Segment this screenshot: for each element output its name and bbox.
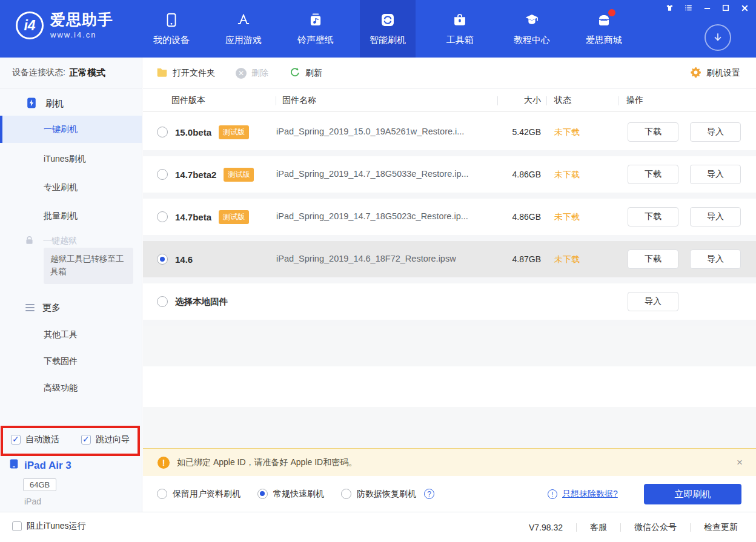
device-capacity-badge: 64GB xyxy=(23,478,56,491)
firmware-radio[interactable] xyxy=(157,127,168,137)
status-badge: 未下载 xyxy=(554,170,580,180)
device-name: iPad Air 3 xyxy=(8,458,71,472)
flash-settings-label: 刷机设置 xyxy=(706,68,740,79)
refresh-button[interactable]: 刷新 xyxy=(289,67,322,80)
skip-wizard-checkbox[interactable]: 跳过向导 xyxy=(81,434,130,445)
import-button[interactable]: 导入 xyxy=(690,122,741,142)
nav-label: 教程中心 xyxy=(514,35,550,46)
check-update-link[interactable]: 检查更新 xyxy=(704,522,738,533)
table-row[interactable]: 14.7beta2 测试版 iPad_Spring_2019_14.7_18G5… xyxy=(143,156,756,193)
skin-icon[interactable] xyxy=(663,2,676,14)
firmware-version: 14.7beta2 xyxy=(175,170,216,180)
close-icon[interactable]: × xyxy=(737,457,743,469)
auto-activate-checkbox[interactable]: 自动激活 xyxy=(11,434,59,445)
sidebar: 设备连接状态: 正常模式 刷机 一键刷机 iTunes刷机 专业刷机 批量刷机 … xyxy=(0,58,142,512)
sidebar-group-label: 刷机 xyxy=(45,98,64,110)
nav-label: 铃声壁纸 xyxy=(297,35,334,46)
minimize-icon[interactable] xyxy=(700,2,714,14)
normal-fast-flash-radio[interactable]: 常规快速刷机 xyxy=(257,489,324,500)
firmware-radio[interactable] xyxy=(157,169,168,180)
firmware-toolbar: 打开文件夹 ✕ 删除 刷新 刷机设置 xyxy=(143,58,756,89)
open-folder-button[interactable]: 打开文件夹 xyxy=(156,67,215,80)
sidebar-item-one-click-flash[interactable]: 一键刷机 xyxy=(0,116,142,143)
import-button[interactable]: 导入 xyxy=(690,165,741,184)
help-icon[interactable]: ? xyxy=(424,489,434,499)
nav-my-devices[interactable]: 我的设备 xyxy=(144,0,199,58)
col-firmware-version: 固件版本 xyxy=(171,95,205,106)
radio-checked-icon[interactable] xyxy=(257,489,268,499)
sidebar-item-itunes-flash[interactable]: iTunes刷机 xyxy=(0,147,142,171)
nav-apps-games[interactable]: 应用游戏 xyxy=(216,0,271,58)
menu-icon xyxy=(25,302,35,313)
anti-recovery-flash-radio[interactable]: 防数据恢复刷机 ? xyxy=(341,489,434,500)
nav-toolbox[interactable]: 工具箱 xyxy=(432,0,488,58)
table-row[interactable]: 15.0beta 测试版 iPad_Spring_2019_15.0_19A52… xyxy=(143,114,756,150)
sidebar-item-advanced-features[interactable]: 高级功能 xyxy=(0,376,142,400)
close-icon[interactable] xyxy=(738,2,751,14)
radio-icon[interactable] xyxy=(157,489,167,499)
firmware-radio-checked[interactable] xyxy=(157,254,168,265)
import-button[interactable]: 导入 xyxy=(628,292,678,311)
erase-data-link[interactable]: 只想抹除数据? xyxy=(562,489,618,500)
download-manager-button[interactable] xyxy=(705,24,731,51)
download-button[interactable]: 下载 xyxy=(628,165,678,184)
nav-i4-store[interactable]: 爱思商城 xyxy=(576,0,632,58)
col-status: 状态 xyxy=(554,95,571,106)
folder-icon xyxy=(156,67,168,80)
checkbox-label: 跳过向导 xyxy=(96,434,130,445)
download-button[interactable]: 下载 xyxy=(628,250,678,269)
import-button[interactable]: 导入 xyxy=(690,250,741,269)
sidebar-group-flash[interactable]: 刷机 xyxy=(0,91,142,116)
table-row-local-firmware[interactable]: 选择本地固件 导入 xyxy=(143,283,756,320)
sidebar-item-download-firmware[interactable]: 下载固件 xyxy=(0,349,142,374)
sidebar-item-other-tools[interactable]: 其他工具 xyxy=(0,323,142,347)
customer-service-link[interactable]: 客服 xyxy=(590,522,607,533)
checkbox-icon[interactable] xyxy=(12,521,22,531)
import-button[interactable]: 导入 xyxy=(690,207,741,226)
sidebar-item-pro-flash[interactable]: 专业刷机 xyxy=(0,176,142,200)
firmware-size: 4.86GB xyxy=(486,212,541,222)
table-row-selected[interactable]: 14.6 iPad_Spring_2019_14.6_18F72_Restore… xyxy=(143,241,756,277)
nav-ringtones-wallpapers[interactable]: 铃声壁纸 xyxy=(288,0,343,58)
firmware-filename: iPad_Spring_2019_14.7_18G5033e_Restore.i… xyxy=(276,169,469,179)
appstore-icon xyxy=(235,12,252,28)
firmware-radio[interactable] xyxy=(157,211,168,222)
firmware-size: 4.86GB xyxy=(486,170,541,179)
list-icon[interactable] xyxy=(681,2,695,14)
wechat-official-link[interactable]: 微信公众号 xyxy=(634,522,677,533)
col-size: 大小 xyxy=(491,95,541,106)
radio-label: 常规快速刷机 xyxy=(273,489,324,500)
graduation-icon xyxy=(523,12,540,28)
download-button[interactable]: 下载 xyxy=(628,207,678,226)
flash-mode-options: 保留用户资料刷机 常规快速刷机 防数据恢复刷机 ? ! 只想抹除数据? 立即刷机 xyxy=(143,476,756,512)
radio-icon[interactable] xyxy=(341,489,351,499)
sidebar-item-batch-flash[interactable]: 批量刷机 xyxy=(0,204,142,228)
block-itunes-label: 阻止iTunes运行 xyxy=(27,521,86,532)
maximize-icon[interactable] xyxy=(719,2,732,14)
status-bar-right: V7.98.32 客服 微信公众号 检查更新 xyxy=(529,512,738,542)
download-button[interactable]: 下载 xyxy=(628,122,678,142)
sidebar-group-more[interactable]: 更多 xyxy=(0,296,142,320)
table-row[interactable]: 14.7beta 测试版 iPad_Spring_2019_14.7_18G50… xyxy=(143,199,756,235)
column-divider xyxy=(546,96,547,105)
sidebar-group-label: 更多 xyxy=(42,302,61,314)
connection-status-label: 设备连接状态: xyxy=(12,67,65,78)
lock-icon xyxy=(24,235,35,247)
logo-i4-icon: i4 xyxy=(16,12,44,39)
sidebar-item-label: 专业刷机 xyxy=(44,182,78,193)
firmware-radio[interactable] xyxy=(157,296,168,307)
connection-status-value: 正常模式 xyxy=(69,67,105,79)
block-itunes-checkbox[interactable]: 阻止iTunes运行 xyxy=(12,521,86,532)
keep-user-data-radio[interactable]: 保留用户资料刷机 xyxy=(157,489,240,500)
checkbox-checked-icon[interactable] xyxy=(11,435,21,445)
delete-circle-icon: ✕ xyxy=(236,68,247,79)
delete-button[interactable]: ✕ 删除 xyxy=(236,68,268,79)
nav-label: 爱思商城 xyxy=(586,35,622,46)
checkbox-checked-icon[interactable] xyxy=(81,435,91,445)
flash-now-button[interactable]: 立即刷机 xyxy=(644,484,741,504)
nav-tutorial-center[interactable]: 教程中心 xyxy=(504,0,560,58)
flash-settings-button[interactable]: 刷机设置 xyxy=(690,67,740,80)
firmware-version: 15.0beta xyxy=(175,127,211,137)
main-nav: 我的设备 应用游戏 铃声壁纸 智能刷机 xyxy=(144,0,632,58)
nav-smart-flash[interactable]: 智能刷机 xyxy=(360,0,416,58)
